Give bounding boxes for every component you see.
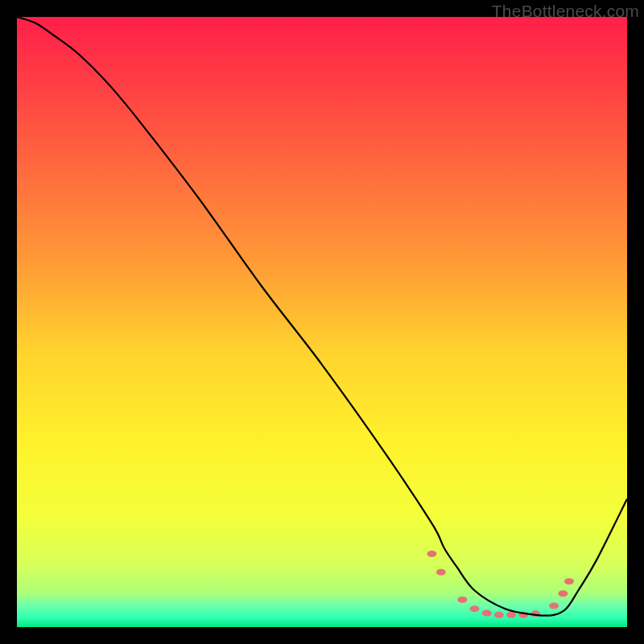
bottleneck-chart xyxy=(17,17,627,627)
marker-dot xyxy=(427,551,436,557)
marker-dot xyxy=(470,605,480,612)
chart-frame xyxy=(17,17,627,627)
marker-dot xyxy=(558,590,568,597)
marker-dot xyxy=(494,612,504,618)
marker-dot xyxy=(506,612,516,618)
marker-dot xyxy=(436,569,446,576)
watermark-text: TheBottleneck.com xyxy=(492,2,639,21)
chart-background xyxy=(17,17,627,627)
marker-dot xyxy=(457,597,467,603)
marker-dot xyxy=(549,602,559,609)
marker-dot xyxy=(564,578,574,584)
marker-dot xyxy=(482,610,492,617)
